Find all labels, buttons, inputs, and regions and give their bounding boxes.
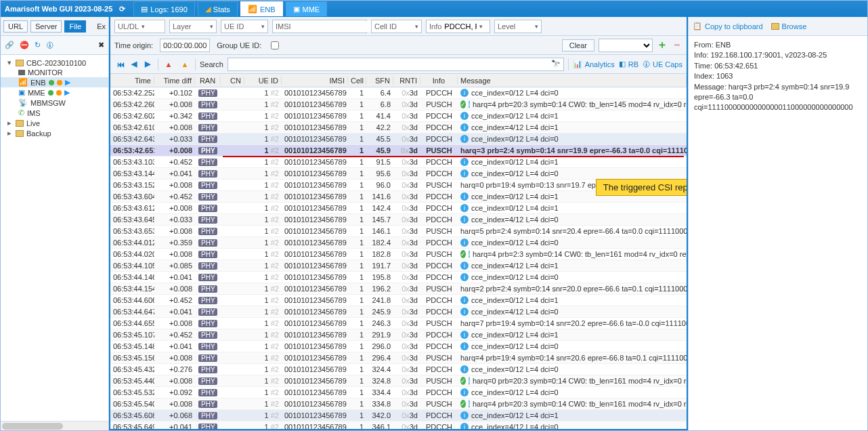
uecaps-button[interactable]: 🛈UE Caps: [643, 60, 682, 68]
left-hscroll[interactable]: [1, 421, 108, 430]
table-row[interactable]: 06:53:45.540+0.008PHY1 #2001010123456789…: [110, 398, 687, 410]
col-sfn[interactable]: SFN: [366, 77, 393, 85]
table-row[interactable]: 06:53:45.107+0.452PHY1 #2001010123456789…: [110, 329, 687, 341]
table-row[interactable]: 06:53:44.020+0.008PHY1 #2001010123456789…: [110, 249, 687, 260]
cellid-combo[interactable]: Cell ID▾: [371, 20, 422, 33]
tree-root[interactable]: ▾CBC-2023010100: [1, 58, 108, 68]
first-icon[interactable]: ⏮: [114, 58, 127, 70]
info-icon: i: [460, 239, 469, 247]
table-row[interactable]: 06:53:45.432+0.276PHY1 #2001010123456789…: [110, 364, 687, 375]
imsi-combo[interactable]: IMSI▾: [272, 20, 367, 33]
col-cn[interactable]: CN: [221, 77, 244, 85]
ueid-combo[interactable]: UE ID▾: [221, 20, 268, 33]
table-row[interactable]: 06:53:43.612+0.008PHY1 #2001010123456789…: [110, 203, 687, 214]
error-icon[interactable]: ▲: [162, 58, 175, 70]
refresh-icon[interactable]: ↻: [35, 41, 41, 49]
stop-icon[interactable]: ⛔: [20, 41, 29, 49]
time-origin-input[interactable]: 00:00:00.000: [160, 39, 210, 52]
server-button[interactable]: Server: [30, 20, 62, 33]
tree-enb[interactable]: 📶ENB▶: [1, 77, 108, 87]
tree-backup[interactable]: ▸Backup: [1, 128, 108, 138]
next-icon[interactable]: ▶: [142, 58, 154, 70]
tree-mme[interactable]: ▣MME▶: [1, 87, 108, 98]
table-row[interactable]: 06:53:43.144+0.041PHY1 #2001010123456789…: [110, 168, 687, 180]
prev-icon[interactable]: ◀: [128, 58, 140, 70]
table-row[interactable]: 06:53:44.146+0.041PHY1 #2001010123456789…: [110, 272, 687, 283]
col-ueid[interactable]: UE ID: [244, 77, 282, 85]
tree-monitor[interactable]: MONITOR: [1, 68, 108, 77]
browse-button[interactable]: Browse: [771, 22, 807, 30]
table-row[interactable]: 06:53:42.610+0.008PHY1 #2001010123456789…: [110, 122, 687, 134]
phy-chip: PHY: [198, 354, 217, 362]
status-dot: [49, 80, 54, 85]
url-button[interactable]: URL: [3, 20, 28, 33]
table-row[interactable]: 06:53:44.655+0.008PHY1 #2001010123456789…: [110, 318, 687, 329]
info-input[interactable]: [444, 21, 477, 32]
analytics-button[interactable]: 📊Analytics: [573, 60, 615, 68]
search-input[interactable]: [231, 60, 548, 69]
level-combo[interactable]: Level▾: [494, 20, 542, 33]
tree-ims[interactable]: ✆IMS: [1, 108, 108, 118]
group-ueid-checkbox[interactable]: [271, 41, 279, 49]
warning-icon[interactable]: ▲: [179, 58, 191, 70]
table-row[interactable]: 06:53:43.653+0.008PHY1 #2001010123456789…: [110, 226, 687, 237]
detail-info: Info: 192.168.100.17:9001, v2023-08-25: [694, 50, 862, 60]
imsi-label: IMSI: [276, 22, 291, 30]
binoculars-icon[interactable]: 🔭: [551, 60, 561, 68]
refresh-icon[interactable]: ⟳: [119, 5, 125, 14]
table-row[interactable]: 06:53:44.105+0.085PHY1 #2001010123456789…: [110, 260, 687, 272]
tree-mbmsgw[interactable]: 📡MBMSGW: [1, 98, 108, 108]
table-row[interactable]: 06:53:45.440+0.008PHY1 #2001010123456789…: [110, 375, 687, 387]
table-row[interactable]: 06:53:45.148+0.041PHY1 #2001010123456789…: [110, 341, 687, 352]
col-diff[interactable]: Time diff: [154, 77, 195, 85]
table-row[interactable]: 06:53:42.260+0.008PHY1 #2001010123456789…: [110, 99, 687, 110]
tab-mme[interactable]: ▣MME: [286, 1, 328, 16]
tree-live[interactable]: ▸Live: [1, 118, 108, 128]
col-ran[interactable]: RAN: [195, 77, 221, 85]
preset-select[interactable]: [599, 39, 653, 52]
table-row[interactable]: 06:53:44.647+0.041PHY1 #2001010123456789…: [110, 306, 687, 318]
table-row[interactable]: 06:53:43.103+0.452PHY1 #2001010123456789…: [110, 157, 687, 168]
detail-message: Message: harq=3 prb=2:4 symb=0:14 snr=19…: [694, 82, 862, 113]
table-row[interactable]: 06:53:45.608+0.068PHY1 #2001010123456789…: [110, 410, 687, 422]
table-row[interactable]: 06:53:45.156+0.008PHY1 #2001010123456789…: [110, 352, 687, 364]
tree-mbmsgw-label: MBMSGW: [30, 99, 66, 107]
tab-enb[interactable]: 📶ENB: [240, 1, 283, 16]
table-row[interactable]: 06:53:45.532+0.092PHY1 #2001010123456789…: [110, 387, 687, 398]
layer-combo[interactable]: Layer▾: [169, 20, 217, 33]
table-row[interactable]: 06:53:44.012+0.359PHY1 #2001010123456789…: [110, 237, 687, 249]
table-row[interactable]: 06:53:42.651+0.008PHY1 #2001010123456789…: [110, 145, 687, 157]
table-row[interactable]: 06:53:44.606+0.452PHY1 #2001010123456789…: [110, 295, 687, 306]
col-time[interactable]: Time: [110, 77, 154, 85]
info-icon: i: [460, 169, 469, 178]
link-icon[interactable]: 🔗: [5, 41, 14, 49]
table-row[interactable]: 06:53:42.643+0.033PHY1 #2001010123456789…: [110, 134, 687, 145]
table-row[interactable]: 06:53:42.252+0.102PHY1 #2001010123456789…: [110, 87, 687, 99]
col-cell[interactable]: Cell: [348, 77, 366, 85]
close-icon[interactable]: ✖: [98, 41, 104, 49]
phy-chip: PHY: [198, 262, 217, 270]
col-imsi[interactable]: IMSI: [282, 77, 348, 85]
remove-icon[interactable]: －: [672, 38, 682, 52]
tab-stats[interactable]: ◢Stats: [198, 1, 238, 16]
table-row[interactable]: 06:53:45.649+0.041PHY1 #2001010123456789…: [110, 422, 687, 429]
clear-button[interactable]: Clear: [562, 39, 594, 52]
col-msg[interactable]: Message: [458, 77, 687, 85]
rb-button[interactable]: ◧RB: [619, 60, 638, 68]
info-combo[interactable]: Info▾: [426, 20, 490, 33]
col-info[interactable]: Info: [420, 77, 458, 85]
info-icon: i: [460, 216, 469, 224]
file-button[interactable]: File: [64, 20, 86, 33]
uldl-combo[interactable]: UL/DL▾: [114, 20, 165, 33]
search-box[interactable]: 🔭: [227, 58, 564, 71]
col-rnti[interactable]: RNTI: [393, 77, 420, 85]
info-icon[interactable]: 🛈: [46, 41, 53, 49]
copy-button[interactable]: 📋Copy to clipboard: [693, 22, 763, 30]
table-row[interactable]: 06:53:44.154+0.008PHY1 #2001010123456789…: [110, 283, 687, 295]
table-row[interactable]: 06:53:43.645+0.033PHY1 #2001010123456789…: [110, 214, 687, 226]
phone-icon: ✆: [18, 108, 24, 117]
tab-logs[interactable]: ▤Logs: 1690: [133, 1, 194, 16]
tab-mme-label: MME: [303, 5, 320, 14]
add-icon[interactable]: ＋: [657, 38, 668, 52]
table-row[interactable]: 06:53:42.602+0.342PHY1 #2001010123456789…: [110, 110, 687, 122]
